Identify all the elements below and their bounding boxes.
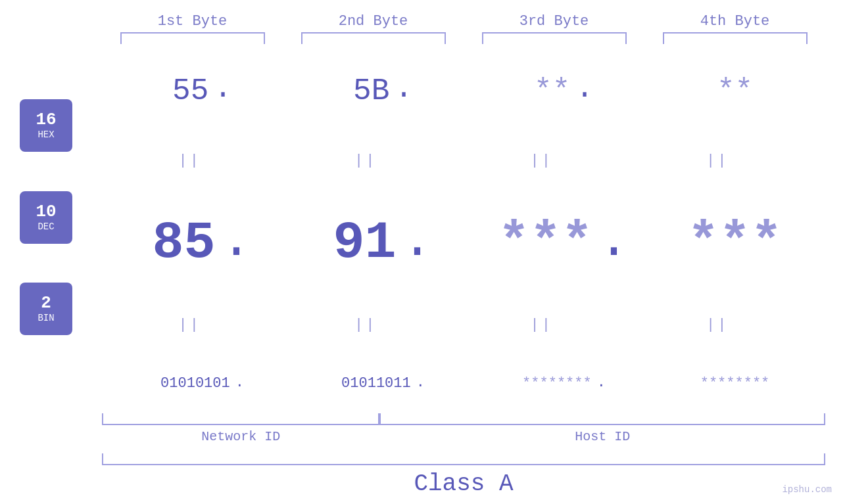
data-rows: 55 . 5B . ** . ** || || || xyxy=(102,51,845,413)
bin-num: 2 xyxy=(41,294,51,311)
dec-badge: 10 DEC xyxy=(20,191,72,244)
equals-row-1: || || || || xyxy=(102,152,825,169)
hex-val-1: 55 xyxy=(172,74,208,108)
bottom-section: Network ID Host ID Class A xyxy=(0,413,845,497)
byte2-header: 2nd Byte xyxy=(301,13,446,30)
bin-cell-3: ******** . xyxy=(482,375,627,392)
byte1-header: 1st Byte xyxy=(120,13,265,30)
bin-row: 01010101 . 01011011 . ******** . *******… xyxy=(102,375,825,392)
byte4-header: 4th Byte xyxy=(663,13,808,30)
network-id-label: Network ID xyxy=(102,429,379,444)
hex-cell-1: 55 . xyxy=(120,72,265,111)
bracket-byte1 xyxy=(120,32,265,44)
eq1-4: || xyxy=(645,152,790,169)
equals-row-2: || || || || xyxy=(102,317,825,333)
bin-badge: 2 BIN xyxy=(20,283,72,335)
dec-cell-2: 91 . xyxy=(301,211,446,275)
page: 1st Byte 2nd Byte 3rd Byte 4th Byte 16 H… xyxy=(0,0,845,504)
eq2-3: || xyxy=(470,317,614,333)
dec-val-1: 85 xyxy=(152,213,215,273)
bin-cell-2: 01011011 . xyxy=(301,375,446,392)
dot-hex-1: . xyxy=(214,72,232,111)
top-brackets xyxy=(0,32,845,44)
class-label: Class A xyxy=(102,470,825,497)
watermark: ipshu.com xyxy=(782,484,832,495)
bottom-brackets xyxy=(102,413,825,425)
eq1-3: || xyxy=(470,152,614,169)
dot-dec-1: . xyxy=(221,211,253,275)
hex-cell-2: 5B . xyxy=(301,72,446,111)
label-col-inner: 16 HEX 10 DEC 2 BIN xyxy=(20,57,102,400)
host-id-label: Host ID xyxy=(379,429,825,444)
dec-row: 85 . 91 . *** . *** xyxy=(102,211,825,275)
bracket-byte3 xyxy=(482,32,627,44)
dec-cell-3: *** . xyxy=(482,211,627,275)
dot-hex-3: . xyxy=(575,72,594,111)
network-bracket xyxy=(102,413,379,425)
hex-label: HEX xyxy=(37,129,54,140)
eq1-1: || xyxy=(118,152,262,169)
hex-badge: 16 HEX xyxy=(20,99,72,152)
dec-num: 10 xyxy=(36,203,56,220)
bin-val-2: 01011011 xyxy=(341,375,411,392)
dec-val-2: 91 xyxy=(333,213,396,273)
bracket-byte2 xyxy=(301,32,446,44)
bracket-byte4 xyxy=(663,32,808,44)
dec-label: DEC xyxy=(37,221,54,232)
hex-num: 16 xyxy=(36,111,56,128)
byte3-header: 3rd Byte xyxy=(482,13,627,30)
dot-dec-2: . xyxy=(402,211,433,275)
byte-headers: 1st Byte 2nd Byte 3rd Byte 4th Byte xyxy=(0,0,845,30)
dec-val-4: *** xyxy=(687,213,782,273)
eq2-1: || xyxy=(118,317,262,333)
dot-bin-1: . xyxy=(235,375,244,392)
dec-val-3: *** xyxy=(498,213,592,273)
bin-val-4: ******** xyxy=(700,375,770,392)
bin-val-3: ******** xyxy=(522,375,592,392)
eq2-4: || xyxy=(645,317,790,333)
dec-cell-4: *** xyxy=(663,213,808,273)
hex-cell-3: ** . xyxy=(482,72,627,111)
bin-cell-4: ******** xyxy=(663,375,808,392)
bin-val-1: 01010101 xyxy=(160,375,230,392)
dot-bin-2: . xyxy=(416,375,425,392)
host-bracket xyxy=(379,413,825,425)
dot-bin-3: . xyxy=(597,375,606,392)
label-column: 16 HEX 10 DEC 2 BIN xyxy=(20,51,102,413)
main-grid: 16 HEX 10 DEC 2 BIN 55 . xyxy=(0,51,845,413)
eq2-2: || xyxy=(293,317,438,333)
dot-hex-2: . xyxy=(395,72,413,111)
full-bracket xyxy=(102,453,825,465)
hex-row: 55 . 5B . ** . ** xyxy=(102,72,825,111)
bracket-labels: Network ID Host ID xyxy=(102,429,825,444)
hex-cell-4: ** xyxy=(663,74,808,108)
hex-val-3: ** xyxy=(534,74,570,108)
hex-val-4: ** xyxy=(717,74,753,108)
bin-label: BIN xyxy=(37,313,54,323)
dec-cell-1: 85 . xyxy=(120,211,265,275)
eq1-2: || xyxy=(293,152,438,169)
dot-dec-3: . xyxy=(598,211,630,275)
hex-val-2: 5B xyxy=(353,74,389,108)
bin-cell-1: 01010101 . xyxy=(120,375,265,392)
